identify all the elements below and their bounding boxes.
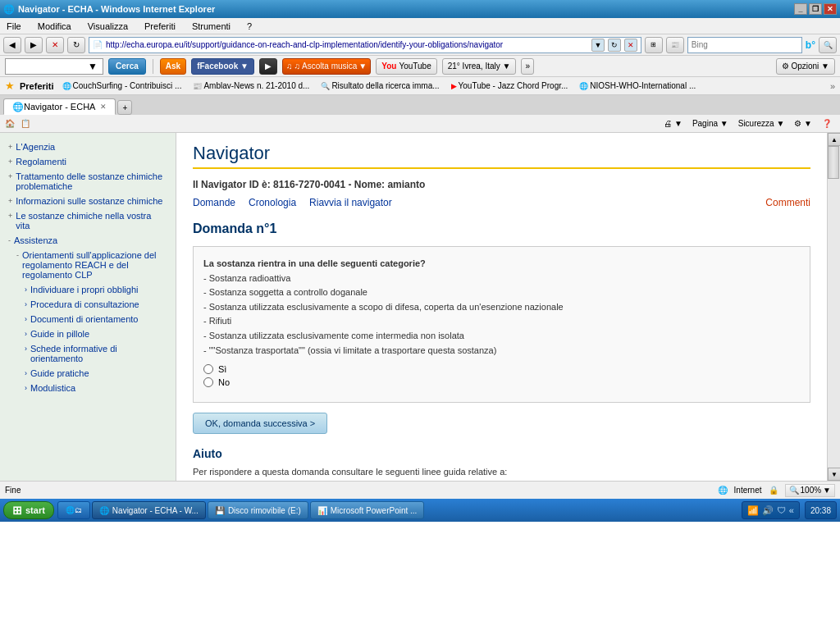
page-button[interactable]: Pagina ▼ — [689, 116, 732, 131]
radio-option-si[interactable]: Sì — [203, 364, 800, 374]
scroll-track[interactable] — [828, 146, 840, 468]
sidebar-item-informazioni[interactable]: + Informazioni sulle sostanze chimiche — [5, 194, 171, 208]
taskbar-item-disco[interactable]: 💾 Disco rimovibile (E:) — [208, 501, 308, 519]
rss-icon[interactable]: 📋 — [21, 119, 30, 128]
tray-more-icon[interactable]: « — [789, 505, 794, 515]
menu-strumenti[interactable]: Strumenti — [189, 20, 234, 33]
youtube-button[interactable]: YouYouTube — [376, 58, 436, 75]
nav-link-cronologia[interactable]: Cronologia — [249, 197, 296, 208]
help-button[interactable]: ❓ — [819, 116, 835, 131]
start-button[interactable]: ⊞ start — [3, 501, 54, 519]
favorites-more-button[interactable]: » — [830, 81, 835, 91]
scroll-down-button[interactable]: ▼ — [828, 468, 840, 481]
fav-item-youtube[interactable]: ▶ YouTube - Jazz Chord Progr... — [448, 80, 572, 92]
music-label: ♫ Ascolta musica — [294, 62, 357, 71]
taskbar-item-navigator[interactable]: 🌐 Navigator - ECHA - W... — [92, 501, 206, 519]
sidebar-item-assistenza[interactable]: - Assistenza — [5, 233, 171, 248]
sidebar-item-sostanze[interactable]: + Le sostanze chimiche nella vostra vita — [5, 208, 171, 233]
refresh-small[interactable]: ↻ — [608, 39, 621, 52]
refresh-button[interactable]: ↻ — [67, 37, 85, 53]
expand-icon-trattamento: + — [8, 172, 12, 180]
status-right: 🌐 Internet 🔒 🔍 100% ▼ — [718, 484, 835, 497]
nav-link-commenti[interactable]: Commenti — [765, 197, 810, 208]
taskbar-ppt-label: Microsoft PowerPoint ... — [331, 506, 418, 515]
sidebar-label-individuare: Individuare i propri obblighi — [30, 285, 138, 294]
toolbar-search-wrap[interactable]: ▼ — [5, 58, 103, 75]
menu-modifica[interactable]: Modifica — [34, 20, 75, 33]
menu-preferiti[interactable]: Preferiti — [141, 20, 179, 33]
tab-label: Navigator - ECHA — [24, 102, 95, 112]
sidebar-item-regolamenti[interactable]: + Regolamenti — [5, 154, 171, 169]
nav-link-domande[interactable]: Domande — [193, 197, 235, 208]
new-tab-button[interactable]: + — [117, 100, 132, 115]
ok-next-button[interactable]: OK, domanda successiva > — [193, 413, 327, 434]
search-go-button[interactable]: 🔍 — [819, 37, 837, 53]
close-button[interactable]: ✕ — [824, 3, 837, 15]
media-play-button[interactable]: ▶ — [259, 58, 277, 75]
sidebar-item-agenzia[interactable]: + L'Agenzia — [5, 139, 171, 154]
options-button[interactable]: ⚙ Opzioni ▼ — [776, 58, 835, 75]
category-5: - Sostanza utilizzata esclusivamente com… — [203, 331, 464, 340]
favorites-star-icon: ★ — [5, 80, 15, 92]
navigation-bar: ◀ ▶ ✕ ↻ 📄 http://echa.europa.eu/it/suppo… — [0, 34, 840, 56]
sidebar-item-modulistica[interactable]: › Modulistica — [5, 381, 171, 395]
fav-item-couchsurfing[interactable]: 🌐 CouchSurfing - Contribuisci ... — [59, 80, 185, 92]
back-button[interactable]: ◀ — [3, 37, 21, 53]
fav-item-risultato[interactable]: 🔍 Risultato della ricerca imma... — [317, 80, 442, 92]
nav-link-riavvia[interactable]: Riavvia il navigator — [309, 197, 392, 208]
home-icon[interactable]: 🏠 — [5, 119, 15, 128]
facebook-button[interactable]: f Facebook ▼ — [191, 58, 254, 75]
restore-button[interactable]: ❐ — [809, 3, 822, 15]
go-button[interactable]: ▼ — [591, 39, 605, 52]
sidebar-item-guide-pratiche[interactable]: › Guide pratiche — [5, 366, 171, 381]
status-text: Fine — [5, 486, 711, 495]
menu-help[interactable]: ? — [244, 20, 255, 33]
ask-button[interactable]: Ask — [160, 58, 186, 75]
taskbar: ⊞ start 🌐🗂 🌐 Navigator - ECHA - W... 💾 D… — [0, 499, 840, 522]
scroll-thumb[interactable] — [828, 146, 839, 179]
stop-small[interactable]: ✕ — [624, 39, 637, 52]
tab-close-button[interactable]: ✕ — [100, 103, 107, 111]
sidebar-item-guide-pillole[interactable]: › Guide in pillole — [5, 326, 171, 341]
rss-button[interactable]: 📰 — [666, 37, 684, 53]
taskbar-item-powerpoint[interactable]: 📊 Microsoft PowerPoint ... — [310, 501, 425, 519]
address-bar[interactable]: 📄 http://echa.europa.eu/it/support/guida… — [89, 37, 641, 53]
fav-item-niosh[interactable]: 🌐 NIOSH-WHO-International ... — [576, 80, 699, 92]
tools-button[interactable]: ⚙ ▼ — [791, 116, 815, 131]
extend-button[interactable]: » — [521, 58, 534, 75]
search-input[interactable] — [687, 37, 802, 53]
security-button[interactable]: Sicurezza ▼ — [735, 116, 788, 131]
radio-no-circle[interactable] — [203, 377, 213, 387]
toolbar-search-input[interactable] — [6, 62, 88, 71]
menu-file[interactable]: File — [3, 20, 25, 33]
search-button[interactable]: Cerca — [108, 58, 146, 75]
radio-option-no[interactable]: No — [203, 377, 800, 387]
radio-si-circle[interactable] — [203, 364, 213, 374]
sidebar: + L'Agenzia + Regolamenti + Trattamento … — [0, 133, 176, 481]
tab-navigator-echa[interactable]: 🌐 Navigator - ECHA ✕ — [3, 98, 116, 115]
arrow-modulistica: › — [25, 384, 27, 392]
print-button[interactable]: 🖨 ▼ — [660, 116, 686, 131]
taskbar-quick-launch[interactable]: 🌐🗂 — [57, 501, 90, 519]
compatibility-button[interactable]: ⊞ — [645, 37, 663, 53]
sidebar-item-orientamenti[interactable]: - Orientamenti sull'applicazione del reg… — [5, 248, 171, 282]
sidebar-label-informazioni: Informazioni sulle sostanze chimiche — [16, 196, 162, 206]
sidebar-item-procedura[interactable]: › Procedura di consultazione — [5, 297, 171, 312]
zoom-button[interactable]: 🔍 100% ▼ — [785, 484, 835, 497]
sidebar-item-documenti[interactable]: › Documenti di orientamento — [5, 312, 171, 326]
sidebar-item-individuare[interactable]: › Individuare i propri obblighi — [5, 282, 171, 297]
fav-item-amblav[interactable]: 📰 Amblav-News n. 21-2010 d... — [189, 80, 313, 92]
scroll-up-button[interactable]: ▲ — [828, 133, 840, 146]
music-button[interactable]: ♫ ♫ Ascolta musica ▼ — [282, 58, 371, 75]
weather-button[interactable]: 21° Ivrea, Italy ▼ — [442, 58, 517, 75]
stop-button[interactable]: ✕ — [46, 37, 64, 53]
page-content: Navigator Il Navigator ID è: 8116-7270-0… — [176, 133, 827, 481]
clock[interactable]: 20:38 — [805, 501, 837, 519]
internet-label: Internet — [734, 486, 762, 495]
menu-visualizza[interactable]: Visualizza — [84, 20, 131, 33]
arrow-schede: › — [25, 345, 27, 353]
forward-button[interactable]: ▶ — [25, 37, 43, 53]
minimize-button[interactable]: _ — [794, 3, 807, 15]
sidebar-item-schede[interactable]: › Schede informative di orientamento — [5, 341, 171, 366]
sidebar-item-trattamento[interactable]: + Trattamento delle sostanze chimiche pr… — [5, 169, 171, 194]
